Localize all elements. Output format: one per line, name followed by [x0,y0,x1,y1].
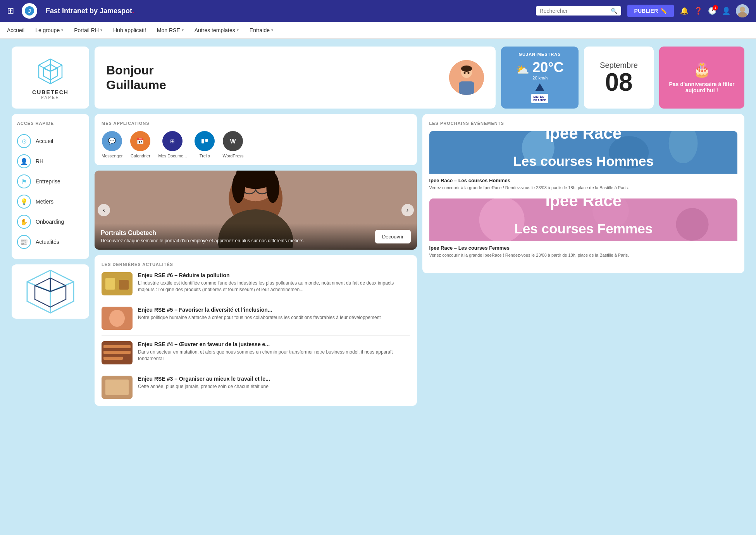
events-title: LES PROCHAINS ÉVÉNEMENTS [429,121,738,126]
birthday-card: 🎂 Pas d'anniversaire à fêter aujourd'hui… [659,47,744,109]
app-item-documents[interactable]: ⊞ Mes Docume... [158,131,187,158]
app-item-wordpress[interactable]: W WordPress [222,131,243,158]
user-icon[interactable]: 👤 [722,7,730,15]
news-content-1: Enjeu RSE #6 – Réduire la pollution L'in… [138,272,410,295]
nav-hub-applicatif[interactable]: Hub applicatif [113,27,146,33]
app-item-messenger[interactable]: 💬 Messenger [102,131,122,158]
news-content-4: Enjeu RSE #3 – Organiser au mieux le tra… [138,376,270,399]
nav-label-entraide: Entraide [250,27,270,33]
svg-rect-43 [105,380,129,395]
news-desc-3: Dans un secteur en mutation, et alors qu… [138,349,410,362]
greeting-avatar [449,60,484,95]
nav-mon-rse[interactable]: Mon RSE ▾ [157,27,184,33]
app-label-messenger: Messenger [102,154,122,158]
svg-text:W: W [230,138,236,145]
nav-autres-templates[interactable]: Autres templates ▾ [195,27,239,33]
svg-point-9 [468,72,470,74]
carousel-overlay: Portraits Cubetech Découvrez chaque sema… [95,223,417,250]
help-icon[interactable]: ❓ [694,7,703,15]
bottom-content-row: ACCÈS RAPIDE ⊙ Accueil 👤 RH ⚑ Entreprise… [12,114,744,406]
notification-badge: 1 [713,5,718,10]
nav-label-portail-rh: Portail RH [74,27,99,33]
quick-item-actualites[interactable]: 📰 Actualités [17,232,84,252]
birthday-message: Pas d'anniversaire à fêter aujourd'hui ! [665,81,738,93]
event-banner-2: Ipee Race Les courses Femmes [429,198,738,241]
svg-point-8 [464,72,466,74]
cubetech-logo-svg [35,56,66,87]
user-avatar[interactable] [736,4,749,17]
svg-point-7 [461,66,472,72]
news-desc-1: L'industrie textile est identifiée comme… [138,280,410,293]
discover-button[interactable]: Découvrir [375,230,411,243]
quick-item-entreprise[interactable]: ⚑ Entreprise [17,171,84,192]
quick-item-onboarding[interactable]: ✋ Onboarding [17,212,84,232]
carousel-bg: ‹ › Portraits Cubetech Découvrez chaque … [95,171,417,250]
chevron-down-icon: ▾ [271,28,273,32]
nav-accueil[interactable]: Accueil [7,27,24,33]
events-card: LES PROCHAINS ÉVÉNEMENTS Ipee Race Les c… [422,114,745,273]
latest-news-card: LES DERNIÈRES ACTUALITÉS Enjeu RSE #6 – … [95,255,417,406]
event-item-2[interactable]: Ipee Race Les courses Femmes Ipee Race –… [429,198,738,261]
nav-le-groupe[interactable]: Le groupe ▾ [35,27,63,33]
quick-item-metiers[interactable]: 💡 Metiers [17,192,84,212]
quick-icon-rh: 👤 [17,154,31,168]
quick-item-accueil[interactable]: ⊙ Accueil [17,131,84,151]
brand-logo-icon: J [24,6,34,16]
brand-title: Fast Intranet by Jamespot. [46,7,134,15]
nav-label-autres-templates: Autres templates [195,27,235,33]
weather-icons-row: ⛅ 20°C 20 km/h [516,59,563,80]
nav-icons: 🔔 ❓ 🕐 1 👤 [680,4,749,17]
chevron-down-icon: ▾ [237,28,239,32]
calendrier-icon: 📅 [130,131,150,151]
svg-point-37 [109,310,125,327]
news-item-2[interactable]: Enjeu RSE #5 – Favoriser la diversité et… [102,307,410,336]
quick-label-onboarding: Onboarding [36,219,64,225]
nav-label-mon-rse: Mon RSE [157,27,180,33]
event-title-1: Ipee Race – Les courses Hommes [429,178,738,183]
svg-text:Les courses Hommes: Les courses Hommes [513,154,654,169]
news-item-4[interactable]: Enjeu RSE #3 – Organiser au mieux le tra… [102,376,410,399]
carousel-description: Découvrez chaque semaine le portrait d'u… [101,238,305,243]
svg-rect-18 [205,139,208,142]
svg-text:📅: 📅 [136,137,144,145]
event-item-1[interactable]: Ipee Race Les courses Hommes Ipee Race –… [429,131,738,193]
publish-button[interactable]: PUBLIER ✏️ [627,5,674,17]
svg-rect-41 [103,357,123,360]
event-info-2: Ipee Race – Les courses Femmes Venez con… [429,241,738,261]
news-content-3: Enjeu RSE #4 – Œuvrer en faveur de la ju… [138,341,410,364]
news-thumb-1 [102,272,133,295]
carousel-title: Portraits Cubetech [101,230,305,236]
notification-bell-icon[interactable]: 🔔 [680,7,689,15]
app-item-trello[interactable]: Trello [195,131,215,158]
chevron-down-icon: ▾ [61,28,63,32]
weather-city: GUJAN-MESTRAS [519,52,561,57]
news-thumb-2 [102,307,133,330]
quick-icon-onboarding: ✋ [17,215,31,229]
cake-icon: 🎂 [693,62,711,78]
svg-rect-40 [103,351,131,354]
nav-portail-rh[interactable]: Portail RH ▾ [74,27,102,33]
nav-entraide[interactable]: Entraide ▾ [250,27,273,33]
carousel-prev-button[interactable]: ‹ [98,204,110,216]
svg-rect-39 [103,345,131,348]
logo-repeat-card [12,264,89,319]
weather-temperature: 20°C [532,59,563,76]
weather-card: GUJAN-MESTRAS ⛅ 20°C 20 km/h MÉTÉOFRANCE [501,47,579,109]
svg-point-53 [676,208,708,241]
search-input[interactable] [540,8,608,14]
wordpress-icon: W [223,131,243,151]
grid-icon[interactable]: ⊞ [7,6,14,16]
svg-rect-35 [119,280,129,290]
news-item-1[interactable]: Enjeu RSE #6 – Réduire la pollution L'in… [102,272,410,301]
current-day: 08 [605,70,632,95]
news-item-3[interactable]: Enjeu RSE #4 – Œuvrer en faveur de la ju… [102,341,410,370]
weather-wind: 20 km/h [532,76,563,80]
event-info-1: Ipee Race – Les courses Hommes Venez con… [429,174,738,193]
quick-item-rh[interactable]: 👤 RH [17,151,84,171]
news-headline-2: Enjeu RSE #5 – Favoriser la diversité et… [138,307,381,313]
carousel-text: Portraits Cubetech Découvrez chaque sema… [101,230,305,243]
app-item-calendrier[interactable]: 📅 Calendrier [130,131,150,158]
applications-card: MES APPLICATIONS 💬 Messenger 📅 Calendrie… [95,114,417,165]
app-label-trello: Trello [200,154,210,158]
carousel-next-button[interactable]: › [401,204,414,216]
